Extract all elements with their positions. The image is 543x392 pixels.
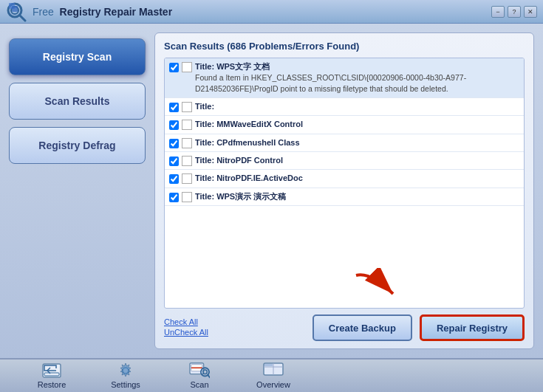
list-item: Title: WPS文字 文档 Found a Item in HKEY_CLA… [165,58,524,98]
svg-line-2 [20,16,25,21]
check-links: Check All UnCheck All [164,317,208,337]
toolbar-overview[interactable]: Overview [236,360,310,392]
file-icon [182,138,192,148]
svg-rect-4 [12,6,18,12]
content-title: Scan Results (686 Problems/Errors Found) [164,41,525,52]
svg-line-15 [208,375,210,378]
close-button[interactable]: ✕ [524,6,537,18]
restore-icon [41,362,62,379]
list-item: Title: MMWaveEditX Control [165,116,524,134]
toolbar-settings[interactable]: Settings [89,360,163,392]
check-all-link[interactable]: Check All [164,317,208,326]
overview-icon [263,362,284,379]
create-backup-button[interactable]: Create Backup [313,314,412,341]
main-container: Registry Scan Scan Results Registry Defr… [0,24,543,358]
result-checkbox-5[interactable] [169,174,179,184]
file-icon [182,62,192,72]
list-item: Title: CPdfmenushell Class [165,134,524,152]
file-icon [182,120,192,130]
toolbar: Restore Settings Scan [0,358,543,392]
result-checkbox-4[interactable] [169,157,179,166]
scan-icon [189,362,210,379]
toolbar-scan-label: Scan [190,380,208,389]
result-checkbox-6[interactable] [169,193,179,202]
gear-icon [115,362,136,379]
file-icon [182,102,192,112]
file-icon [182,156,192,166]
file-icon [182,173,192,184]
red-arrow [349,268,415,312]
content-panel: Scan Results (686 Problems/Errors Found)… [154,32,534,349]
toolbar-restore-label: Restore [38,380,66,389]
minimize-button[interactable]: − [491,6,505,18]
titlebar: Free Registry Repair Master − ? ✕ [0,0,543,24]
results-list[interactable]: Title: WPS文字 文档 Found a Item in HKEY_CLA… [164,58,525,309]
window-controls: − ? ✕ [491,6,537,18]
sidebar-item-registry-defrag[interactable]: Registry Defrag [9,127,146,164]
result-checkbox-1[interactable] [169,103,179,112]
help-button[interactable]: ? [508,6,521,18]
toolbar-restore[interactable]: Restore [15,360,89,392]
list-item: Title: [165,98,524,116]
app-logo [6,1,27,22]
action-buttons: Create Backup Repair Registry [313,314,525,341]
file-icon [182,192,192,202]
result-checkbox-3[interactable] [169,139,179,148]
svg-rect-19 [264,364,273,366]
toolbar-scan[interactable]: Scan [163,360,236,392]
list-item: Title: NitroPDF Control [165,152,524,170]
sidebar-item-registry-scan[interactable]: Registry Scan [9,38,146,75]
app-title: Free Registry Repair Master [33,6,491,18]
sidebar-item-scan-results[interactable]: Scan Results [9,83,146,120]
uncheck-all-link[interactable]: UnCheck All [164,328,208,337]
sidebar: Registry Scan Scan Results Registry Defr… [9,32,146,349]
toolbar-overview-label: Overview [256,380,290,389]
result-checkbox-2[interactable] [169,120,179,130]
list-item: Title: WPS演示 演示文稿 [165,188,524,206]
repair-registry-button[interactable]: Repair Registry [420,314,525,341]
result-checkbox-0[interactable] [169,63,179,72]
list-item: Title: NitroPDF.IE.ActiveDoc [165,170,524,188]
toolbar-settings-label: Settings [111,380,140,389]
